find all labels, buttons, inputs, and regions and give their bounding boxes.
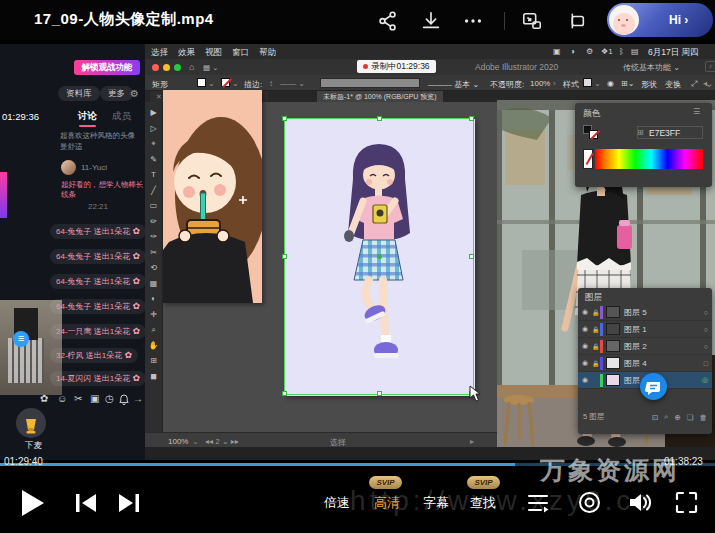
tray-settings-icon[interactable]: ⚙	[586, 47, 593, 56]
tray-bluetooth-icon[interactable]: ᛒ	[619, 47, 624, 56]
send-flower-icon[interactable]: ✿	[40, 393, 48, 404]
stroke-width-dropdown[interactable]: —— ⌄	[280, 79, 305, 88]
tray-keyboard-icon[interactable]: ▤	[631, 47, 639, 56]
grid-icon[interactable]: ⊞⌄	[621, 79, 634, 88]
clip-icon[interactable]: ✂	[74, 393, 82, 404]
zoom-tool-icon[interactable]: ⌕	[151, 322, 155, 338]
direct-select-tool-icon[interactable]: ▷	[150, 121, 156, 137]
mesh-tool-icon[interactable]: ▦	[150, 276, 158, 292]
emoji-icon[interactable]: ☺	[57, 393, 67, 404]
zoom-level[interactable]: 100%	[168, 437, 188, 446]
selection-handle-sw[interactable]	[282, 391, 287, 396]
fill-stroke-indicator[interactable]: ◼	[150, 369, 157, 385]
minimize-window-button[interactable]	[163, 64, 170, 71]
layer-row[interactable]: ◉🔒 图层 4□	[578, 355, 712, 372]
image-icon[interactable]: ▣	[90, 393, 99, 404]
selection-tool-icon[interactable]: ▶	[150, 105, 156, 121]
lock-icon[interactable]: 🔒	[592, 343, 600, 350]
opacity-value[interactable]: 100%	[530, 79, 550, 88]
lock-icon[interactable]: 🔒	[592, 326, 600, 333]
selection-handle-nw[interactable]	[282, 116, 287, 121]
chat-user-avatar[interactable]	[61, 160, 76, 175]
lock-icon[interactable]: 🔒	[592, 309, 600, 316]
share-icon[interactable]	[377, 10, 399, 32]
lock-icon[interactable]: 🔒	[592, 360, 600, 367]
home-icon[interactable]: ⌂	[189, 62, 194, 72]
menu-select[interactable]: 选择	[151, 47, 168, 59]
visibility-icon[interactable]: ◉	[582, 376, 592, 384]
video-frame[interactable]: 选择 效果 视图 窗口 帮助 ▣ ◑ ⚙ ❖1 ᛒ ▤ 6月17日 周四 22:…	[0, 44, 715, 460]
spectrum-none-swatch[interactable]	[583, 149, 593, 169]
color-stroke-proxy[interactable]	[589, 130, 598, 139]
fill-swatch[interactable]	[197, 78, 206, 87]
doc-setup-icon[interactable]: ◉	[607, 79, 614, 88]
color-spectrum-bar[interactable]	[595, 149, 703, 169]
download-icon[interactable]	[420, 10, 442, 32]
search-layer-icon[interactable]: ⌕	[664, 412, 668, 422]
type-tool-icon[interactable]: T	[151, 167, 156, 183]
stroke-swatch[interactable]	[221, 78, 230, 87]
mic-user-avatar[interactable]	[16, 408, 46, 438]
target-icon[interactable]: ◎	[702, 376, 708, 384]
selection-handle-s[interactable]	[377, 391, 382, 396]
ai-toolbar[interactable]: ▶ ▷ ⌖ ✎ T ╱ ▭ ✏ ✑ ✂ ⟲ ▦ ◐ ✛ ⌕ ✋ ⊞ ◼	[145, 102, 163, 433]
rectangle-tool-icon[interactable]: ▭	[150, 198, 158, 214]
style-swatch[interactable]	[583, 78, 592, 87]
tray-display-icon[interactable]: ▣	[553, 47, 561, 56]
next-button[interactable]	[117, 493, 141, 513]
workspace-switcher[interactable]: 传统基本功能 ⌄	[623, 62, 680, 73]
selection-handle-ne[interactable]	[469, 116, 474, 121]
notification-bell-icon[interactable]	[119, 394, 129, 405]
tab-discussion[interactable]: 讨论	[78, 110, 97, 123]
play-button[interactable]	[18, 488, 46, 518]
artboard-peach[interactable]	[163, 90, 262, 303]
library-button[interactable]: 资料库	[58, 86, 100, 101]
make-mask-icon[interactable]: ⊕	[674, 413, 680, 422]
menu-view[interactable]: 视图	[205, 47, 222, 59]
menu-window[interactable]: 窗口	[232, 47, 249, 59]
brush-preview[interactable]	[320, 78, 420, 88]
hand-tool-icon[interactable]: ✋	[149, 338, 159, 354]
magic-wand-tool-icon[interactable]: ⌖	[151, 136, 156, 152]
speed-button[interactable]: 倍速	[324, 494, 350, 512]
panel-menu-icon[interactable]: ☰	[693, 107, 700, 116]
tab-members[interactable]: 成员	[112, 110, 131, 123]
new-layer-icon[interactable]: ❏	[687, 413, 694, 422]
picture-in-picture-icon[interactable]	[521, 10, 543, 32]
rotate-tool-icon[interactable]: ⟲	[150, 260, 157, 276]
customer-service-fab[interactable]	[640, 373, 667, 400]
brush-basic-dropdown[interactable]: ——— 基本 ⌄	[428, 79, 479, 90]
more-button[interactable]: 更多	[100, 86, 133, 101]
tray-chat-icon[interactable]: ❖1	[601, 47, 613, 56]
pen-tool-icon[interactable]: ✎	[150, 152, 157, 168]
more-icon[interactable]	[462, 10, 484, 32]
expand-arrow-icon[interactable]: →	[133, 393, 143, 404]
fullscreen-icon[interactable]	[675, 491, 698, 514]
menu-help[interactable]: 帮助	[259, 47, 276, 59]
history-icon[interactable]: ◷	[105, 393, 114, 404]
scissors-tool-icon[interactable]: ✂	[150, 245, 157, 261]
collect-icon[interactable]: ⊡	[652, 413, 658, 422]
artboard-tool-icon[interactable]: ⊞	[150, 353, 157, 369]
mini-player-icon[interactable]	[565, 10, 587, 32]
shape-label[interactable]: 形状	[641, 79, 657, 90]
pencil-tool-icon[interactable]: ✏	[150, 214, 157, 230]
target-icon[interactable]: □	[704, 360, 708, 367]
tab-document-2[interactable]: 未标题-1* @ 100% (RGB/GPU 预览)	[317, 91, 443, 102]
view-mode-dropdown[interactable]: ▦ ⌄	[203, 63, 218, 72]
visibility-icon[interactable]: ◉	[582, 308, 592, 316]
brush-tool-icon[interactable]: ✑	[150, 229, 157, 245]
align-icon[interactable]: ⫞⌄	[703, 79, 711, 89]
gradient-tool-icon[interactable]: ◐	[151, 291, 156, 307]
target-icon[interactable]: ○	[704, 309, 708, 316]
selection-handle-e[interactable]	[469, 254, 474, 259]
tray-toggle-icon[interactable]: ◑	[570, 47, 575, 56]
stroke-stepper[interactable]: ↕	[269, 79, 273, 88]
close-window-button[interactable]	[152, 64, 159, 71]
artboard-navigation[interactable]: ◂◂ 2 ⌄ ▸▸	[205, 437, 239, 446]
selection-handle-w[interactable]	[282, 254, 287, 259]
selection-handle-n[interactable]	[377, 116, 382, 121]
maximize-window-button[interactable]	[174, 64, 181, 71]
layer-row[interactable]: ◉🔒 图层 2○	[578, 338, 712, 355]
target-icon[interactable]: ○	[704, 326, 708, 333]
